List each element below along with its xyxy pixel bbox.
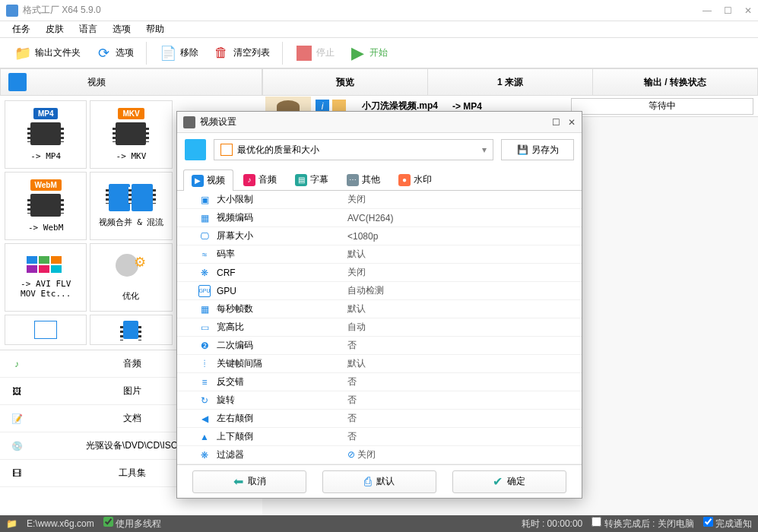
property-row[interactable]: GPUGPU自动检测 [177, 282, 582, 300]
format-crop[interactable] [5, 315, 87, 345]
stop-button[interactable]: 停止 [290, 41, 339, 65]
property-row[interactable]: 🖵屏幕大小<1080p [177, 227, 582, 245]
tab-other[interactable]: ⋯ 其他 [338, 169, 389, 190]
disc-icon: 💿 [8, 437, 26, 455]
menu-language[interactable]: 语言 [73, 21, 103, 37]
property-row[interactable]: ❋过滤器⊘ 关闭 [177, 446, 582, 464]
property-row[interactable]: ▦每秒帧数默认 [177, 300, 582, 318]
property-icon: ❷ [198, 340, 211, 352]
tab-watermark-label: 水印 [414, 173, 432, 186]
tab-audio[interactable]: ♪ 音频 [235, 169, 285, 190]
stop-label: 停止 [316, 46, 335, 59]
tab-subtitle[interactable]: ▤ 字幕 [287, 169, 337, 190]
video-category-header[interactable]: 视频 [0, 68, 262, 96]
format-merge[interactable]: ➜ 视频合并 & 混流 [90, 172, 172, 240]
statusbar-path[interactable]: E:\www.x6g.com [27, 518, 94, 529]
menu-bar: 任务 皮肤 语言 选项 帮助 [0, 21, 758, 38]
col-output[interactable]: 输出 / 转换状态 [593, 69, 757, 95]
minimize-button[interactable]: — [702, 5, 712, 16]
property-icon: ↻ [198, 394, 211, 407]
property-icon: ▭ [198, 321, 211, 334]
mkv-badge: MKV [118, 108, 144, 119]
property-icon: 🖵 [198, 230, 211, 242]
tab-video[interactable]: ▶ 视频 [183, 169, 233, 191]
profile-select[interactable]: 最优化的质量和大小 ▾ [214, 139, 493, 160]
multithread-input[interactable] [103, 517, 113, 527]
after-convert-input[interactable] [591, 517, 601, 527]
property-row[interactable]: ⦙关键帧间隔默认 [177, 355, 582, 373]
format-mp4[interactable]: MP4 -> MP4 [5, 100, 87, 169]
dialog-close-button[interactable]: ✕ [568, 117, 576, 128]
format-webm[interactable]: WebM -> WebM [5, 172, 87, 240]
ok-button[interactable]: ✔ 确定 [452, 470, 566, 493]
menu-task[interactable]: 任务 [6, 21, 36, 37]
property-row[interactable]: ▭宽高比自动 [177, 318, 582, 337]
close-button[interactable]: ✕ [744, 5, 752, 16]
remove-button[interactable]: 📄 移除 [154, 41, 203, 65]
tab-subtitle-label: 字幕 [310, 173, 328, 186]
format-optimize[interactable]: ⚙ 优化 [90, 243, 172, 312]
menu-skin[interactable]: 皮肤 [40, 21, 70, 37]
property-icon: ▦ [198, 212, 211, 224]
mp4-label: -> MP4 [30, 151, 61, 161]
property-row[interactable]: ▣大小限制关闭 [177, 191, 582, 209]
property-name: 宽高比 [217, 321, 244, 334]
folder-icon: 📁 [14, 44, 32, 62]
tab-watermark[interactable]: ● 水印 [390, 169, 440, 190]
notify-checkbox[interactable]: 完成通知 [703, 517, 752, 530]
format-split[interactable] [90, 315, 172, 345]
property-row[interactable]: ↻旋转否 [177, 391, 582, 410]
title-bar: 格式工厂 X64 5.9.0 — ☐ ✕ [0, 0, 758, 21]
clear-label: 清空列表 [233, 46, 270, 59]
dialog-icon [183, 116, 195, 128]
cancel-label: 取消 [248, 475, 266, 488]
dialog-window-controls: ☐ ✕ [552, 117, 576, 128]
dialog-body[interactable]: ▣大小限制关闭▦视频编码AVC(H264)🖵屏幕大小<1080p≈码率默认❋CR… [177, 191, 582, 464]
toolbar-divider [146, 42, 147, 65]
dialog-title: 视频设置 [200, 116, 552, 128]
options-button[interactable]: ⟳ 选项 [90, 41, 138, 65]
notify-label: 完成通知 [715, 518, 752, 529]
property-row[interactable]: ▦视频编码AVC(H264) [177, 209, 582, 227]
cancel-button[interactable]: ⬅ 取消 [192, 470, 306, 493]
property-name: CRF [217, 268, 236, 278]
property-row[interactable]: ≈码率默认 [177, 245, 582, 264]
notify-input[interactable] [703, 517, 713, 527]
clear-list-button[interactable]: 🗑 清空列表 [208, 41, 274, 65]
audio-icon: ♪ [8, 355, 26, 373]
video-icon [8, 73, 27, 91]
property-row[interactable]: ▲上下颠倒否 [177, 428, 582, 446]
property-row[interactable]: ❋CRF关闭 [177, 264, 582, 282]
format-avi[interactable]: -> AVI FLV MOV Etc... [5, 243, 87, 312]
col-source[interactable]: 1 来源 [428, 69, 593, 95]
start-button[interactable]: ▶ 开始 [344, 41, 392, 65]
video-tab-icon: ▶ [192, 175, 204, 187]
property-row[interactable]: ≡反交错否 [177, 373, 582, 391]
menu-options[interactable]: 选项 [106, 21, 137, 37]
other-tab-icon: ⋯ [347, 174, 359, 186]
profile-label: 最优化的质量和大小 [237, 144, 319, 157]
status-bar: 📁 E:\www.x6g.com 使用多线程 耗时 : 00:00:00 转换完… [0, 515, 758, 532]
maximize-button[interactable]: ☐ [724, 5, 732, 16]
output-folder-button[interactable]: 📁 输出文件夹 [9, 41, 85, 65]
statusbar-folder-icon[interactable]: 📁 [6, 518, 17, 529]
after-convert-label: 转换完成后 : 关闭电脑 [604, 518, 694, 529]
multithread-checkbox[interactable]: 使用多线程 [103, 517, 161, 530]
off-icon: ⊘ [347, 449, 357, 460]
format-mkv[interactable]: MKV -> MKV [90, 100, 172, 169]
menu-help[interactable]: 帮助 [140, 21, 170, 37]
default-button[interactable]: ⎙ 默认 [322, 470, 436, 493]
col-preview[interactable]: 预览 [263, 69, 428, 95]
dialog-profile-row: 最优化的质量和大小 ▾ 💾 另存为 [177, 133, 582, 166]
property-row[interactable]: ❷二次编码否 [177, 337, 582, 355]
window-controls: — ☐ ✕ [702, 5, 752, 16]
after-convert-checkbox[interactable]: 转换完成后 : 关闭电脑 [591, 517, 693, 530]
save-as-button[interactable]: 💾 另存为 [501, 139, 574, 160]
save-icon: 💾 [517, 144, 528, 155]
dialog-maximize-button[interactable]: ☐ [552, 117, 560, 128]
profile-icon [185, 139, 206, 160]
property-name: GPU [217, 286, 236, 296]
property-name: 二次编码 [217, 339, 253, 352]
property-row[interactable]: ◀左右颠倒否 [177, 410, 582, 428]
queue-output-format: -> MP4 [452, 101, 566, 112]
